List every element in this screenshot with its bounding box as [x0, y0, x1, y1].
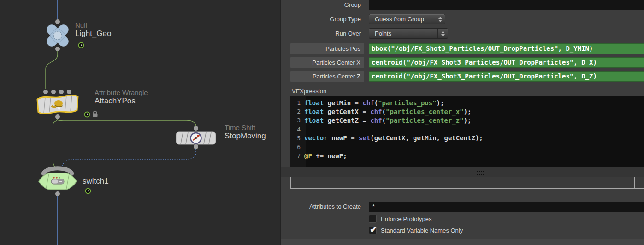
connector-dot[interactable]	[194, 144, 198, 149]
enforce-prototypes-checkbox[interactable]: ✔	[369, 215, 377, 223]
connector-dot[interactable]	[55, 191, 60, 196]
parameter-panel: Group Group Type Guess from Group Run Ov…	[281, 0, 644, 245]
wire-wrangle-to-timeshift	[58, 119, 196, 126]
particles-center-x-expression[interactable]: centroid("/obj/FX_Shot3_Particles/OUT_Dr…	[369, 57, 644, 68]
particles-center-z-expression[interactable]: centroid("/obj/FX_Shot3_Particles/OUT_Dr…	[369, 71, 644, 82]
snippet-divider	[634, 177, 635, 188]
vex-code-line[interactable]: 6	[290, 143, 644, 151]
enforce-prototypes-label: Enforce Prototypes	[381, 215, 432, 222]
attributes-to-create-input[interactable]: *	[369, 202, 644, 212]
run-over-dropdown[interactable]: Points	[369, 28, 448, 39]
connector-dot[interactable]	[55, 114, 60, 119]
particles-pos-expression[interactable]: bbox("/obj/FX_Shot3_Particles/OUT_DropPa…	[369, 43, 644, 54]
particles-center-z-label[interactable]: Particles Center Z	[290, 71, 364, 82]
vex-code-lines: 1float getMin = chf("particles_pos");2fl…	[290, 98, 644, 160]
node-timeshift-icon[interactable]	[176, 132, 216, 144]
line-number: 7	[290, 152, 304, 159]
spinner-down-icon[interactable]	[438, 20, 442, 22]
group-type-label: Group Type	[281, 14, 361, 24]
node-graph	[0, 0, 281, 245]
spinner-up-icon[interactable]	[441, 31, 445, 33]
vexpression-label: VEXpression	[292, 88, 326, 95]
spinner-arrows[interactable]	[437, 29, 448, 38]
connector-dot[interactable]	[67, 90, 71, 94]
standard-variable-names-label: Standard Variable Names Only	[381, 227, 463, 234]
line-number: 3	[290, 117, 304, 124]
wire-wrangle-to-switch	[53, 119, 58, 169]
line-number: 6	[290, 143, 304, 150]
node-attribwrangle-icon[interactable]	[37, 95, 78, 114]
lock-icon	[93, 111, 98, 117]
vex-code-line[interactable]: 2float getCentX = chf("particles_center_…	[290, 107, 644, 116]
connector-dot[interactable]	[55, 47, 60, 51]
node-switch-icon[interactable]	[39, 173, 77, 190]
group-type-dropdown[interactable]: Guess from Group	[369, 14, 445, 24]
run-over-label: Run Over	[281, 29, 361, 39]
vex-code-line[interactable]: 7@P += newP;	[290, 151, 644, 160]
attributes-to-create-label: Attributes to Create	[281, 202, 361, 212]
spinner-up-icon[interactable]	[438, 17, 442, 19]
connector-dot[interactable]	[194, 126, 198, 131]
editor-resize-strip	[281, 167, 644, 177]
line-number: 4	[290, 126, 304, 133]
node-null-icon[interactable]	[45, 23, 71, 49]
line-number: 2	[290, 108, 304, 115]
network-editor[interactable]: Null Light_Geo Attribute Wrangle AttachY…	[0, 0, 281, 245]
wire-timeshift-to-switch-dashed	[62, 149, 196, 166]
spinner-down-icon[interactable]	[441, 34, 445, 36]
time-dependent-badge	[79, 43, 84, 48]
standard-variable-names-checkbox[interactable]: ✔	[369, 227, 377, 234]
run-over-value: Points	[369, 30, 437, 37]
section-divider	[281, 239, 644, 245]
particles-center-x-label[interactable]: Particles Center X	[290, 57, 364, 68]
snippet-input[interactable]	[290, 177, 644, 189]
vex-code-line[interactable]: 5vector newP = set(getCentX, getMin, get…	[290, 134, 644, 143]
group-type-value: Guess from Group	[369, 16, 435, 23]
standard-variable-names-row: ✔ Standard Variable Names Only	[369, 227, 463, 234]
checkmark-icon: ✔	[370, 224, 378, 235]
time-dependent-badge	[85, 112, 90, 117]
group-input[interactable]	[369, 0, 644, 10]
connector-dot[interactable]	[55, 19, 60, 24]
resize-grip-icon[interactable]	[477, 171, 484, 175]
enforce-prototypes-row: ✔ Enforce Prototypes	[369, 215, 432, 223]
connector-dot[interactable]	[51, 90, 56, 94]
connector-dot[interactable]	[59, 90, 64, 94]
line-number: 1	[290, 99, 304, 106]
spinner-arrows[interactable]	[435, 14, 445, 24]
particles-pos-label[interactable]: Particles Pos	[290, 43, 364, 54]
vex-code-line[interactable]: 3float getCentZ = chf("particles_center_…	[290, 116, 644, 125]
group-label: Group	[281, 0, 361, 10]
time-dependent-badge	[86, 189, 91, 194]
vex-code-line[interactable]: 4	[290, 125, 644, 134]
vexpression-editor[interactable]: 1float getMin = chf("particles_pos");2fl…	[290, 96, 644, 167]
vex-code-line[interactable]: 1float getMin = chf("particles_pos");	[290, 98, 644, 107]
houdini-window: Null Light_Geo Attribute Wrangle AttachY…	[0, 0, 644, 245]
line-number: 5	[290, 135, 304, 142]
connector-dot[interactable]	[43, 90, 48, 94]
wire-null-to-wrangle	[46, 51, 58, 89]
